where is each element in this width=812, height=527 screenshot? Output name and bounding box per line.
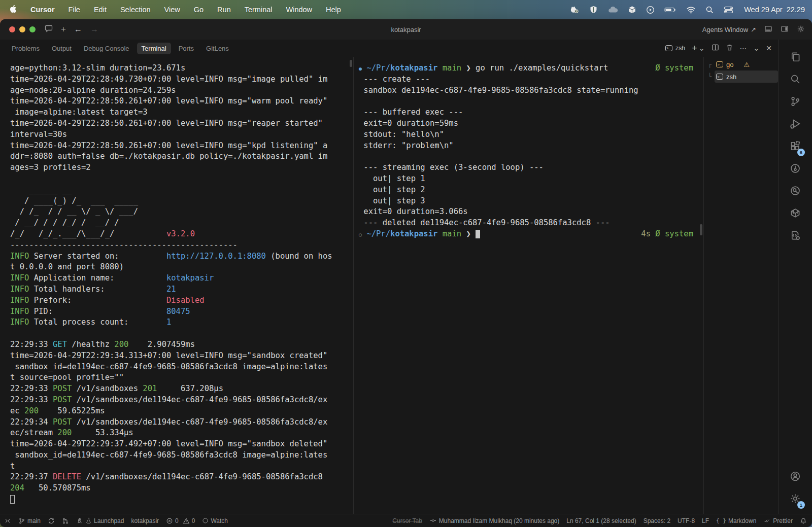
gitlens-icon[interactable] [787, 157, 804, 180]
gear-icon[interactable] [797, 25, 805, 34]
wifi-icon[interactable] [686, 6, 696, 14]
scrollbar-thumb[interactable] [350, 60, 352, 67]
extensions-badge: 6 [797, 149, 805, 156]
menu-view[interactable]: View [164, 6, 180, 14]
close-panel-icon[interactable]: ✕ [766, 44, 772, 52]
cube-icon[interactable] [628, 6, 636, 14]
snippets-icon[interactable] [787, 224, 804, 247]
terminal-line [359, 96, 699, 107]
terminal-line [359, 151, 699, 162]
menu-app-name[interactable]: Cursor [30, 6, 55, 14]
new-terminal-dropdown-icon[interactable]: ⌄ [699, 44, 705, 52]
close-window-button[interactable] [9, 26, 15, 32]
gitlens-inspect-icon[interactable] [787, 180, 804, 202]
remote-indicator[interactable] [4, 517, 11, 524]
extensions-icon[interactable]: 6 [787, 135, 804, 157]
menu-file[interactable]: File [69, 6, 80, 14]
terminal-line: 22:29:34 POST /v1/sandboxes/de1194ec-c68… [10, 417, 349, 428]
menu-help[interactable]: Help [326, 6, 341, 14]
cursor-window: + ← → kotakpasir Agents Window ↗ Problem… [0, 19, 812, 527]
sync-icon[interactable] [48, 517, 55, 524]
git-branch-status[interactable]: main [18, 517, 41, 524]
maximize-window-button[interactable] [29, 26, 36, 32]
terminal-list-item-go[interactable]: ┌>_go⚠ [704, 58, 778, 71]
run-debug-icon[interactable] [787, 113, 804, 135]
play-circle-icon[interactable] [646, 6, 655, 14]
minimize-window-button[interactable] [19, 26, 25, 32]
cloud-icon[interactable] [607, 6, 618, 14]
panel-tab-debug-console[interactable]: Debug Console [79, 43, 134, 54]
panel-tab-output[interactable]: Output [47, 43, 76, 54]
containers-icon[interactable] [787, 202, 804, 224]
terminal-icon: >_ [716, 74, 723, 80]
new-tab-icon[interactable]: + [61, 24, 66, 34]
scrollbar-thumb[interactable] [700, 224, 702, 235]
panel-tab-problems[interactable]: Problems [7, 43, 44, 54]
forward-icon[interactable]: → [90, 25, 98, 34]
panel-tab-gitlens[interactable]: GitLens [201, 43, 233, 54]
terminal-line: 22:29:37 DELETE /v1/sandboxes/de1194ec-c… [10, 472, 349, 483]
terminal-pane-server[interactable]: age=python:3.12-slim duration=23.671stim… [0, 57, 354, 514]
terminal-line: ec 200 59.65225ms [10, 406, 349, 417]
language-status[interactable]: { }Markdown [716, 517, 756, 524]
menu-edit[interactable]: Edit [94, 6, 107, 14]
watch-status[interactable]: Watch [202, 517, 228, 524]
spotlight-icon[interactable] [705, 6, 714, 14]
terminal-line [10, 328, 349, 339]
maximize-panel-icon[interactable]: ⌄ [754, 44, 760, 52]
git-graph-icon[interactable] [62, 517, 69, 524]
launch-profile-label[interactable]: >_ zsh [665, 45, 685, 52]
formatter-status[interactable]: Prettier [763, 517, 793, 524]
menu-window[interactable]: Window [286, 6, 313, 14]
terminal-pane-client[interactable]: ● ~/Pr/kotakpasir main ❯ go run ./exampl… [354, 57, 703, 514]
search-icon[interactable] [787, 68, 804, 90]
menu-run[interactable]: Run [217, 6, 231, 14]
agents-window-button[interactable]: Agents Window ↗ [702, 26, 756, 33]
terminal-list-item-zsh[interactable]: └>_zsh [704, 71, 778, 83]
control-center-icon[interactable] [724, 6, 733, 14]
terminal-line: sandbox de1194ec-c687-4fe9-9685-08586fa3… [359, 85, 699, 96]
more-actions-icon[interactable]: ⋯ [740, 44, 747, 52]
toggle-panel-icon[interactable] [764, 25, 772, 34]
settings-gear-icon[interactable]: 1 [787, 487, 804, 510]
cursor-tab-status[interactable]: Cursor Tab [392, 517, 422, 524]
menu-clock[interactable]: Wed 29 Apr 22.29 [744, 6, 805, 14]
terminal-line: ● ~/Pr/kotakpasir main ❯ go run ./exampl… [359, 63, 699, 74]
terminal-line: time=2026-04-29T22:29:34.313+07:00 level… [10, 350, 349, 362]
terminal-line: INFO Application name: kotakpasir [10, 273, 349, 284]
kill-terminal-icon[interactable] [726, 44, 733, 53]
account-icon[interactable] [787, 465, 804, 487]
split-terminal-icon[interactable] [712, 44, 719, 53]
panel-tab-ports[interactable]: Ports [174, 43, 198, 54]
terminal-line: 204 50.570875ms [10, 483, 349, 494]
new-terminal-icon[interactable]: + [692, 43, 697, 54]
toggle-secondary-sidebar-icon[interactable] [781, 25, 789, 34]
terminal-line: INFO Total handlers: 21 [10, 284, 349, 295]
battery-icon[interactable] [664, 6, 676, 14]
terminal-line: INFO Total process count: 1 [10, 317, 349, 328]
notifications-bell-icon[interactable] [800, 517, 807, 524]
terminal-line: / __/ / / /_/ / __/ / [10, 218, 349, 229]
panel-tab-terminal[interactable]: Terminal [137, 43, 171, 54]
encoding-status[interactable]: UTF-8 [678, 517, 695, 524]
indentation-status[interactable]: Spaces: 2 [644, 517, 670, 524]
menu-selection[interactable]: Selection [120, 6, 151, 14]
eol-status[interactable]: LF [702, 517, 709, 524]
terminal-line: INFO PID: 80475 [10, 306, 349, 318]
explorer-icon[interactable] [787, 46, 804, 68]
menu-go[interactable]: Go [194, 6, 204, 14]
shield-icon[interactable] [589, 6, 598, 14]
project-status[interactable]: kotakpasir [131, 517, 159, 524]
source-control-icon[interactable] [787, 90, 804, 113]
problems-status[interactable]: 0 0 [166, 517, 195, 524]
cursor-position-status[interactable]: Ln 67, Col 1 (28 selected) [566, 517, 636, 524]
menu-terminal[interactable]: Terminal [245, 6, 273, 14]
git-blame-status[interactable]: Muhammad Ilzam Mulkhaq (20 minutes ago) [429, 517, 559, 524]
chat-icon[interactable] [45, 24, 53, 34]
app-alert-icon[interactable] [569, 6, 580, 14]
back-icon[interactable]: ← [74, 25, 82, 34]
launchpad-status[interactable]: Launchpad [76, 517, 124, 524]
panel-tab-bar: ProblemsOutputDebug ConsoleTerminalPorts… [0, 40, 778, 57]
terminal-line: --- buffered exec --- [359, 107, 699, 118]
apple-menu-icon[interactable] [9, 5, 17, 15]
